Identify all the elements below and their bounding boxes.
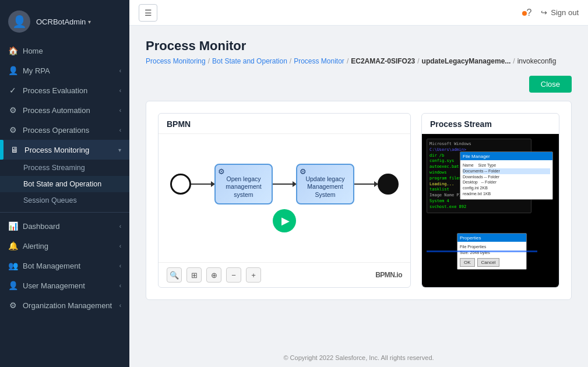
stream-window-label: File Manager bbox=[463, 154, 490, 159]
alerting-icon: 🔔 bbox=[8, 241, 17, 250]
bpmn-start-event bbox=[170, 174, 191, 195]
term-line-1: Microsoft Windows bbox=[429, 142, 529, 147]
breadcrumb-process-monitor[interactable]: Process Monitor bbox=[294, 57, 344, 65]
stream-dialog-title: Properties bbox=[457, 234, 526, 242]
bpmn-task-2: ⚙ Update legacy Management System bbox=[296, 164, 354, 204]
org-mgmt-icon: ⚙ bbox=[8, 301, 17, 310]
process-eval-icon: ✓ bbox=[8, 86, 17, 95]
bpmn-toolbar: 🔍 ⊞ ⊕ − + BPMN.io bbox=[159, 262, 410, 287]
breadcrumb-update-legacy[interactable]: updateLegacyManageme... bbox=[422, 57, 511, 65]
dialog-cancel-btn[interactable]: Cancel bbox=[477, 258, 500, 267]
sidebar-item-alerting[interactable]: 🔔 Alerting ‹ bbox=[0, 236, 129, 256]
panels-container: BPMN ⚙ Open legacy management system bbox=[146, 101, 572, 300]
sidebar-subitem-process-streaming[interactable]: Process Streaming bbox=[0, 160, 129, 176]
breadcrumb-sep-2: / bbox=[290, 57, 291, 65]
sidebar-item-home[interactable]: 🏠 Home bbox=[0, 41, 129, 61]
bpmn-panel: BPMN ⚙ Open legacy management system bbox=[158, 113, 411, 288]
process-monitor-icon: 🖥 bbox=[10, 145, 19, 154]
process-ops-arrow: ‹ bbox=[119, 127, 121, 133]
bpmn-task2-icon: ⚙ bbox=[300, 167, 307, 176]
stream-panel: Process Stream Microsoft Windows C:\User… bbox=[421, 113, 559, 288]
help-icon[interactable]: ? bbox=[526, 8, 531, 17]
content-area: Process Monitor Process Monitoring / Bot… bbox=[129, 26, 588, 348]
process-ops-icon: ⚙ bbox=[8, 125, 17, 135]
sidebar-subitem-bot-state[interactable]: Bot State and Operation bbox=[0, 176, 129, 192]
bpmn-settings-tool[interactable]: ⊕ bbox=[206, 267, 221, 283]
hamburger-icon: ☰ bbox=[145, 8, 152, 17]
stream-dialog-body: File Properties Size: 2048 bytes OK Canc… bbox=[457, 242, 526, 269]
sign-out-label: Sign out bbox=[551, 8, 579, 17]
stream-dialog-row1: File Properties bbox=[460, 244, 524, 250]
sidebar-item-process-operations[interactable]: ⚙ Process Operations ‹ bbox=[0, 120, 129, 140]
dashboard-icon: 📊 bbox=[8, 221, 17, 231]
copyright-text: © Copyright 2022 Salesforce, Inc. All ri… bbox=[283, 354, 434, 361]
bpmn-task2-label: Update legacy Management System bbox=[301, 175, 350, 199]
stream-row-6: readme.txt 1KB bbox=[463, 191, 550, 197]
sidebar-header: 👤 OCRBotAdmin ▾ bbox=[0, 0, 129, 41]
breadcrumb-bot-state[interactable]: Bot State and Operation bbox=[212, 57, 287, 65]
breadcrumb-ec2[interactable]: EC2AMAZ-0SIFO23 bbox=[351, 57, 415, 65]
bot-mgmt-arrow: ‹ bbox=[119, 263, 121, 269]
stream-content: Microsoft Windows C:\Users\admin> dir /b… bbox=[422, 134, 559, 287]
process-auto-icon: ⚙ bbox=[8, 105, 17, 115]
sidebar-item-process-monitoring[interactable]: 🖥 Process Monitoring ▾ bbox=[0, 140, 129, 160]
bpmn-logo: BPMN.io bbox=[375, 271, 402, 279]
bot-state-label: Bot State and Operation bbox=[23, 180, 101, 188]
bpmn-title: BPMN bbox=[159, 114, 410, 134]
bpmn-flow: ⚙ Open legacy management system ⚙ Update… bbox=[170, 164, 399, 204]
topbar-right: ? ↪ Sign out bbox=[526, 8, 579, 18]
sign-out-button[interactable]: ↪ Sign out bbox=[541, 8, 579, 17]
close-row: Close bbox=[146, 76, 572, 93]
breadcrumb-sep-4: / bbox=[417, 57, 419, 65]
my-rpa-arrow: ‹ bbox=[119, 68, 121, 74]
stream-dialog-label: Properties bbox=[460, 235, 481, 241]
avatar: 👤 bbox=[8, 10, 30, 33]
username-button[interactable]: OCRBotAdmin ▾ bbox=[36, 17, 91, 26]
terminal-highlight bbox=[427, 250, 537, 252]
bpmn-play-button[interactable] bbox=[273, 209, 296, 232]
breadcrumb-sep-3: / bbox=[347, 57, 348, 65]
sidebar-item-process-automation[interactable]: ⚙ Process Automation ‹ bbox=[0, 100, 129, 120]
org-mgmt-arrow: ‹ bbox=[119, 302, 121, 309]
sidebar-item-org-management[interactable]: ⚙ Organization Management ‹ bbox=[0, 295, 129, 315]
process-eval-arrow: ‹ bbox=[119, 87, 121, 94]
hamburger-button[interactable]: ☰ bbox=[139, 4, 157, 22]
process-auto-arrow: ‹ bbox=[119, 107, 121, 114]
bpmn-task1-label: Open legacy management system bbox=[219, 175, 268, 199]
breadcrumb-sep-5: / bbox=[513, 57, 515, 65]
topbar: ☰ ? ↪ Sign out bbox=[129, 0, 588, 26]
bpmn-task1-icon: ⚙ bbox=[218, 167, 225, 176]
sidebar-item-my-rpa[interactable]: 👤 My RPA ‹ bbox=[0, 61, 129, 80]
bpmn-arrow-1 bbox=[191, 184, 214, 185]
sidebar-item-bot-management[interactable]: 👥 Bot Management ‹ bbox=[0, 256, 129, 276]
bpmn-diagram: ⚙ Open legacy management system ⚙ Update… bbox=[159, 134, 410, 262]
sidebar-item-dashboard[interactable]: 📊 Dashboard ‹ bbox=[0, 216, 129, 236]
bpmn-grid-tool[interactable]: ⊞ bbox=[186, 267, 202, 283]
close-button[interactable]: Close bbox=[529, 76, 572, 93]
bpmn-arrow-3 bbox=[354, 184, 378, 185]
stream-row-4: Desktop -- Folder bbox=[463, 179, 550, 185]
bpmn-zoom-tool[interactable]: 🔍 bbox=[167, 267, 182, 283]
bpmn-tools-group: 🔍 ⊞ ⊕ − + bbox=[167, 267, 261, 283]
stream-title: Process Stream bbox=[422, 114, 559, 134]
sidebar-subitem-session-queues[interactable]: Session Queues bbox=[0, 192, 129, 209]
bpmn-plus-tool[interactable]: + bbox=[246, 267, 261, 283]
breadcrumb-process-monitoring[interactable]: Process Monitoring bbox=[146, 57, 206, 65]
dialog-ok-btn[interactable]: OK bbox=[460, 258, 475, 267]
topbar-left: ☰ bbox=[139, 4, 157, 22]
process-monitor-arrow: ▾ bbox=[118, 147, 121, 153]
term-line-12: svchost.exe 892 bbox=[429, 204, 529, 210]
sidebar: 👤 OCRBotAdmin ▾ 🏠 Home 👤 My RPA ‹ ✓ Proc… bbox=[0, 0, 129, 367]
sidebar-item-process-evaluation[interactable]: ✓ Process Evaluation ‹ bbox=[0, 80, 129, 100]
stream-row-2: Documents -- Folder bbox=[463, 168, 550, 174]
bpmn-arrow-2 bbox=[273, 184, 296, 185]
online-indicator bbox=[522, 11, 527, 16]
dashboard-arrow: ‹ bbox=[119, 223, 121, 230]
sidebar-item-user-management[interactable]: 👤 User Management ‹ bbox=[0, 276, 129, 295]
user-mgmt-arrow: ‹ bbox=[119, 283, 121, 289]
stream-window-body: Name Size Type Documents -- Folder Downl… bbox=[460, 160, 552, 199]
username-chevron: ▾ bbox=[88, 19, 91, 25]
footer: © Copyright 2022 Salesforce, Inc. All ri… bbox=[129, 348, 588, 367]
stream-row-5: config.ini 2KB bbox=[463, 185, 550, 191]
bpmn-minus-tool[interactable]: − bbox=[226, 267, 241, 283]
